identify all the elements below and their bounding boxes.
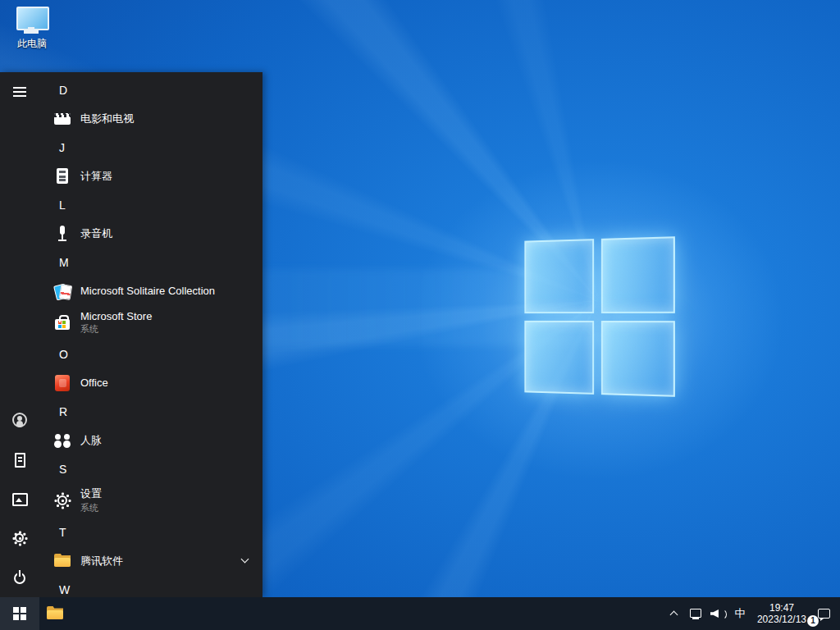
store-icon bbox=[52, 313, 72, 332]
tray-network-button[interactable] bbox=[685, 597, 706, 630]
app-text: 录音机 bbox=[80, 226, 112, 241]
app-item[interactable]: 人脉 bbox=[39, 426, 262, 454]
app-item[interactable]: 电影和电视 bbox=[39, 104, 262, 133]
app-label: 腾讯软件 bbox=[80, 554, 123, 568]
windows-logo-icon bbox=[13, 607, 26, 620]
speaker-icon bbox=[710, 607, 725, 620]
start-menu: D电影和电视J计算器L录音机MMicrosoft Solitaire Colle… bbox=[0, 72, 262, 597]
section-header-D[interactable]: D bbox=[39, 75, 262, 104]
app-label: 录音机 bbox=[80, 226, 112, 241]
file-explorer-icon bbox=[45, 604, 65, 623]
calculator-icon bbox=[52, 167, 72, 186]
section-header-L[interactable]: L bbox=[39, 190, 262, 219]
chevron-down-icon bbox=[241, 555, 249, 564]
start-app-list: D电影和电视J计算器L录音机MMicrosoft Solitaire Colle… bbox=[39, 72, 262, 597]
app-item[interactable]: 设置系统 bbox=[39, 483, 262, 518]
section-header-S[interactable]: S bbox=[39, 454, 262, 483]
rail-button-pictures[interactable] bbox=[0, 479, 39, 518]
hero-pane bbox=[601, 236, 675, 313]
rail-button-settings-gear[interactable] bbox=[0, 518, 39, 558]
app-label: 设置 bbox=[80, 486, 102, 501]
app-item[interactable]: 录音机 bbox=[39, 219, 262, 248]
app-text: Microsoft Store系统 bbox=[80, 310, 152, 336]
section-letter: J bbox=[59, 141, 65, 154]
notification-badge: 1 bbox=[807, 615, 819, 627]
section-header-J[interactable]: J bbox=[39, 133, 262, 162]
hero-pane bbox=[601, 321, 675, 397]
app-label: 电影和电视 bbox=[80, 112, 134, 126]
desktop: 此电脑 D电影和电视J计算器L录音机MMicrosoft Solitaire C… bbox=[0, 0, 840, 630]
ime-indicator[interactable]: 中 bbox=[729, 597, 751, 630]
notification-bubble-icon bbox=[817, 607, 831, 620]
tray-chevron-button[interactable] bbox=[664, 597, 685, 630]
clock-time: 19:47 bbox=[757, 602, 806, 614]
office-icon bbox=[52, 373, 72, 393]
folder-icon bbox=[52, 551, 72, 571]
section-letter: T bbox=[59, 526, 66, 539]
taskbar-clock[interactable]: 19:47 2023/12/13 bbox=[751, 602, 813, 625]
app-text: 设置系统 bbox=[80, 486, 102, 514]
settings-icon bbox=[52, 491, 72, 510]
app-label: Microsoft Solitaire Collection bbox=[80, 285, 215, 297]
section-letter: L bbox=[59, 199, 66, 212]
app-label: Microsoft Store bbox=[80, 310, 152, 322]
system-tray: 中 19:47 2023/12/13 1 bbox=[664, 597, 840, 630]
movies-tv-icon bbox=[52, 109, 72, 129]
computer-icon bbox=[16, 7, 48, 34]
section-header-M[interactable]: M bbox=[39, 248, 262, 276]
user-account-icon bbox=[11, 412, 28, 428]
rail-button-user-account[interactable] bbox=[0, 400, 39, 440]
rail-button-documents[interactable] bbox=[0, 440, 39, 479]
section-header-T[interactable]: T bbox=[39, 518, 262, 546]
app-label: 计算器 bbox=[80, 169, 112, 184]
section-letter: O bbox=[59, 348, 68, 361]
solitaire-icon bbox=[52, 281, 72, 301]
app-item[interactable]: Office bbox=[39, 368, 262, 397]
hero-pane bbox=[524, 320, 594, 394]
people-icon bbox=[52, 431, 72, 450]
clock-date: 2023/12/13 bbox=[757, 614, 806, 625]
section-letter: M bbox=[59, 256, 69, 269]
app-text: 腾讯软件 bbox=[80, 554, 123, 568]
section-header-W[interactable]: W bbox=[39, 575, 262, 597]
power-icon bbox=[11, 569, 28, 586]
app-text: 人脉 bbox=[80, 433, 102, 448]
settings-gear-icon bbox=[11, 530, 28, 546]
tray-volume-button[interactable] bbox=[706, 597, 729, 630]
chevron-up-icon bbox=[669, 609, 679, 619]
voice-recorder-icon bbox=[52, 224, 72, 244]
app-text: Office bbox=[80, 377, 108, 389]
app-subtitle: 系统 bbox=[80, 323, 152, 336]
app-subtitle: 系统 bbox=[80, 502, 102, 514]
taskbar: 中 19:47 2023/12/13 1 bbox=[0, 597, 840, 630]
documents-icon bbox=[11, 451, 28, 468]
rail-button-power[interactable] bbox=[0, 558, 39, 597]
section-letter: W bbox=[59, 583, 70, 596]
action-center-button[interactable]: 1 bbox=[813, 597, 835, 630]
pictures-icon bbox=[11, 491, 28, 507]
taskbar-file-explorer[interactable] bbox=[39, 597, 79, 630]
display-network-icon bbox=[689, 607, 702, 620]
rail-button-hamburger[interactable] bbox=[0, 72, 39, 112]
section-letter: S bbox=[59, 463, 66, 476]
start-menu-rail bbox=[0, 72, 39, 597]
app-item[interactable]: 腾讯软件 bbox=[39, 546, 262, 575]
app-text: Microsoft Solitaire Collection bbox=[80, 285, 215, 297]
section-letter: D bbox=[59, 84, 67, 97]
start-button[interactable] bbox=[0, 597, 39, 630]
app-label: 人脉 bbox=[80, 433, 102, 448]
app-item[interactable]: Microsoft Solitaire Collection bbox=[39, 276, 262, 305]
app-item[interactable]: Microsoft Store系统 bbox=[39, 305, 262, 340]
hero-pane bbox=[524, 239, 594, 313]
section-header-R[interactable]: R bbox=[39, 397, 262, 426]
app-text: 计算器 bbox=[80, 169, 112, 184]
desktop-icon-this-pc[interactable]: 此电脑 bbox=[8, 7, 56, 51]
section-header-O[interactable]: O bbox=[39, 340, 262, 368]
section-letter: R bbox=[59, 405, 67, 418]
windows-hero-logo bbox=[524, 236, 675, 397]
app-item[interactable]: 计算器 bbox=[39, 162, 262, 190]
desktop-icon-label: 此电脑 bbox=[8, 37, 56, 51]
hamburger-menu-icon bbox=[11, 84, 28, 100]
app-label: Office bbox=[80, 377, 108, 389]
app-text: 电影和电视 bbox=[80, 112, 134, 126]
